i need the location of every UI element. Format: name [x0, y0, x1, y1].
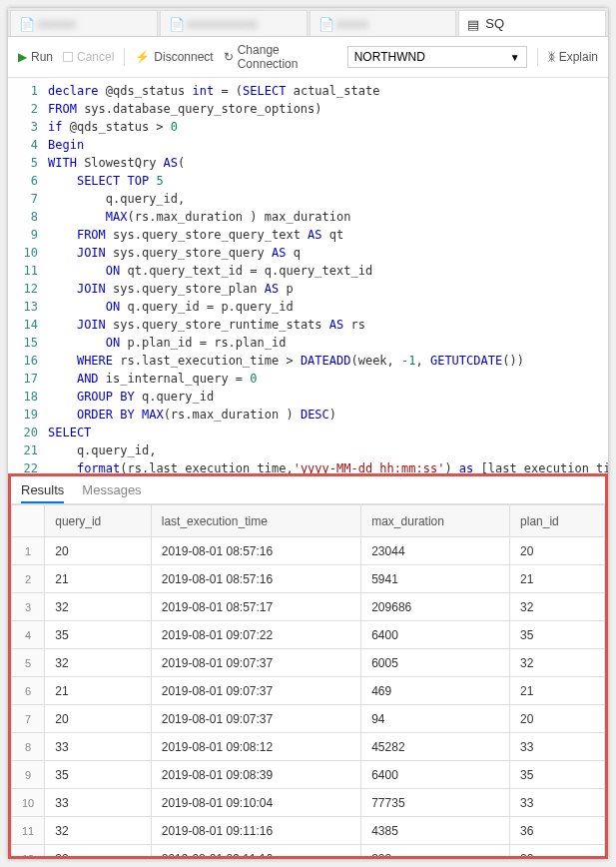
table-cell[interactable]: 20: [45, 845, 152, 857]
table-cell[interactable]: 2019-08-01 09:07:37: [151, 649, 360, 677]
results-table: query_idlast_execution_timemax_durationp…: [11, 504, 605, 856]
table-cell[interactable]: 35: [510, 621, 605, 649]
table-row[interactable]: 5322019-08-01 09:07:37600532: [12, 649, 605, 677]
table-cell[interactable]: 6400: [361, 621, 510, 649]
file-icon: 📄: [169, 17, 183, 31]
code-area[interactable]: declare @qds_status int = (SELECT actual…: [48, 78, 608, 473]
refresh-icon: ↻: [224, 50, 234, 64]
table-cell[interactable]: 21: [510, 677, 605, 705]
table-row[interactable]: 8332019-08-01 09:08:124528233: [12, 733, 605, 761]
table-cell[interactable]: 4385: [361, 817, 510, 845]
table-cell[interactable]: 33: [45, 789, 152, 817]
table-cell[interactable]: 94: [361, 705, 510, 733]
table-row[interactable]: 1202019-08-01 08:57:162304420: [12, 537, 605, 565]
query-toolbar: ▶ Run Cancel ⚡ Disconnect ↻ Change Conne…: [8, 37, 608, 78]
table-cell[interactable]: 20: [45, 537, 152, 565]
table-cell[interactable]: 2019-08-01 09:08:39: [151, 761, 360, 789]
table-row[interactable]: 3322019-08-01 08:57:1720968632: [12, 593, 605, 621]
column-header[interactable]: query_id: [45, 505, 152, 537]
results-grid[interactable]: query_idlast_execution_timemax_durationp…: [11, 504, 605, 856]
table-row[interactable]: 11322019-08-01 09:11:16438536: [12, 817, 605, 845]
sql-file-icon: ▤: [467, 17, 481, 31]
tab-strip: 📄xxxxxx 📄xxxxxxxxxxx 📄xxxxx ▤ SQ: [8, 8, 608, 37]
editor-tab-blurred[interactable]: 📄xxxxxx: [10, 10, 158, 36]
tab-messages[interactable]: Messages: [82, 482, 141, 497]
table-cell[interactable]: 32: [45, 649, 152, 677]
table-cell[interactable]: 32: [45, 593, 152, 621]
table-cell[interactable]: 6005: [361, 649, 510, 677]
column-header[interactable]: max_duration: [361, 505, 510, 537]
table-cell[interactable]: 2019-08-01 08:57:17: [151, 593, 360, 621]
table-cell[interactable]: 6400: [361, 761, 510, 789]
file-icon: 📄: [19, 17, 33, 31]
table-cell[interactable]: 21: [45, 565, 152, 593]
table-cell[interactable]: 2019-08-01 09:08:12: [151, 733, 360, 761]
table-cell[interactable]: 20: [510, 705, 605, 733]
table-cell[interactable]: 2019-08-01 08:57:16: [151, 537, 360, 565]
separator: [124, 48, 125, 66]
table-cell[interactable]: 209686: [361, 593, 510, 621]
table-cell[interactable]: 45282: [361, 733, 510, 761]
table-cell[interactable]: 2019-08-01 08:57:16: [151, 565, 360, 593]
editor-tab-blurred[interactable]: 📄xxxxxxxxxxx: [160, 10, 308, 36]
table-cell[interactable]: 32: [510, 593, 605, 621]
table-cell[interactable]: 5941: [361, 565, 510, 593]
chevron-down-icon: ▼: [510, 52, 520, 63]
explain-icon: ᛤ: [548, 50, 555, 64]
table-cell[interactable]: 32: [510, 649, 605, 677]
table-cell[interactable]: 35: [45, 761, 152, 789]
stop-icon: [63, 52, 73, 62]
table-cell[interactable]: 2019-08-01 09:11:16: [151, 817, 360, 845]
table-cell[interactable]: 33: [45, 733, 152, 761]
table-cell[interactable]: 33: [510, 733, 605, 761]
file-icon: 📄: [318, 17, 332, 31]
connection-dropdown[interactable]: NORTHWND ▼: [347, 46, 527, 68]
table-cell[interactable]: 20: [510, 845, 605, 857]
table-cell[interactable]: 469: [361, 677, 510, 705]
tab-results[interactable]: Results: [21, 482, 64, 503]
separator: [537, 48, 538, 66]
table-cell[interactable]: 35: [45, 621, 152, 649]
table-row[interactable]: 6212019-08-01 09:07:3746921: [12, 677, 605, 705]
table-cell[interactable]: 20: [45, 705, 152, 733]
table-cell[interactable]: 20: [510, 537, 605, 565]
table-row[interactable]: 12202019-08-01 09:11:1622220: [12, 845, 605, 857]
app-frame: 📄xxxxxx 📄xxxxxxxxxxx 📄xxxxx ▤ SQ ▶ Run C…: [8, 8, 608, 859]
results-panel: Results Messages query_idlast_execution_…: [8, 473, 608, 859]
table-cell[interactable]: 35: [510, 761, 605, 789]
play-icon: ▶: [18, 50, 27, 64]
tab-label: SQ: [485, 16, 504, 31]
explain-button[interactable]: ᛤ Explain: [548, 50, 598, 64]
table-row[interactable]: 9352019-08-01 09:08:39640035: [12, 761, 605, 789]
table-row[interactable]: 4352019-08-01 09:07:22640035: [12, 621, 605, 649]
code-editor[interactable]: 12345678910111213141516171819202122 decl…: [8, 78, 608, 473]
column-header[interactable]: last_execution_time: [151, 505, 360, 537]
table-row[interactable]: 10332019-08-01 09:10:047773533: [12, 789, 605, 817]
cancel-button: Cancel: [63, 50, 114, 64]
disconnect-button[interactable]: ⚡ Disconnect: [135, 50, 213, 64]
results-tabstrip: Results Messages: [11, 476, 605, 504]
editor-tab-blurred[interactable]: 📄xxxxx: [309, 10, 457, 36]
table-row[interactable]: 2212019-08-01 08:57:16594121: [12, 565, 605, 593]
connection-name: NORTHWND: [354, 50, 425, 64]
table-cell[interactable]: 23044: [361, 537, 510, 565]
editor-tab-active[interactable]: ▤ SQ: [458, 10, 606, 36]
table-cell[interactable]: 2019-08-01 09:07:37: [151, 705, 360, 733]
column-header[interactable]: plan_id: [510, 505, 605, 537]
table-cell[interactable]: 2019-08-01 09:07:22: [151, 621, 360, 649]
table-cell[interactable]: 2019-08-01 09:07:37: [151, 677, 360, 705]
disconnect-icon: ⚡: [135, 50, 150, 64]
table-cell[interactable]: 77735: [361, 789, 510, 817]
change-connection-button[interactable]: ↻ Change Connection: [224, 43, 337, 71]
table-cell[interactable]: 32: [45, 817, 152, 845]
table-cell[interactable]: 222: [361, 845, 510, 857]
table-cell[interactable]: 21: [45, 677, 152, 705]
line-gutter: 12345678910111213141516171819202122: [8, 78, 48, 473]
table-row[interactable]: 7202019-08-01 09:07:379420: [12, 705, 605, 733]
table-cell[interactable]: 2019-08-01 09:10:04: [151, 789, 360, 817]
table-cell[interactable]: 36: [510, 817, 605, 845]
table-cell[interactable]: 2019-08-01 09:11:16: [151, 845, 360, 857]
table-cell[interactable]: 21: [510, 565, 605, 593]
run-button[interactable]: ▶ Run: [18, 50, 53, 64]
table-cell[interactable]: 33: [510, 789, 605, 817]
